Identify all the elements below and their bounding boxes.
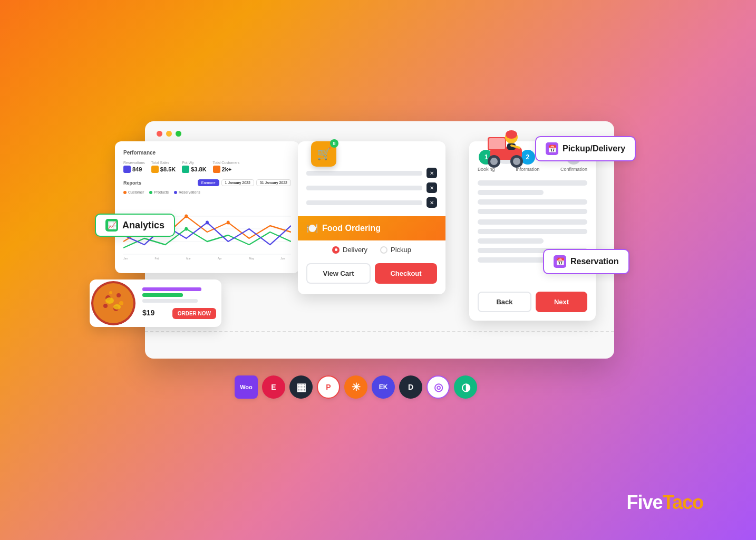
pizza-info: $19 ORDER NOW bbox=[137, 282, 221, 324]
form-line-2 bbox=[478, 190, 544, 195]
delivery-option[interactable]: Delivery bbox=[332, 246, 367, 254]
svg-text:Jan: Jan bbox=[123, 256, 128, 260]
pickup-option[interactable]: Pickup bbox=[380, 246, 411, 254]
legend-customer: Customer bbox=[123, 190, 144, 194]
remove-item-2[interactable]: ✕ bbox=[427, 182, 437, 193]
checkout-button[interactable]: Checkout bbox=[375, 263, 437, 284]
fivetaco-brand: FiveTaco bbox=[627, 491, 703, 514]
item-bar-1 bbox=[306, 171, 422, 176]
pizza-price: $19 bbox=[142, 308, 154, 317]
form-section-1 bbox=[478, 180, 587, 214]
cart-badge[interactable]: 🛒 8 bbox=[311, 141, 336, 167]
svg-point-35 bbox=[105, 297, 114, 304]
plugin-p[interactable]: P bbox=[317, 375, 340, 399]
svg-point-24 bbox=[506, 130, 517, 139]
delivery-pickup-row: Delivery Pickup bbox=[298, 240, 445, 259]
reports-title: Reports bbox=[123, 180, 141, 186]
minimize-button[interactable] bbox=[166, 131, 172, 137]
pizza-bars bbox=[142, 287, 216, 303]
plugin-ek[interactable]: EK bbox=[372, 375, 395, 399]
plugin-d[interactable]: D bbox=[399, 375, 422, 399]
delivery-radio[interactable] bbox=[332, 246, 340, 254]
reports-filters: Earmore 1 January 2022 31 January 2022 bbox=[198, 179, 291, 186]
form-line-7 bbox=[478, 238, 544, 244]
next-button[interactable]: Next bbox=[536, 292, 587, 312]
item-bar-2 bbox=[306, 186, 422, 190]
svg-text:Feb: Feb bbox=[155, 256, 160, 260]
svg-point-20 bbox=[490, 158, 498, 165]
scooter-svg bbox=[472, 115, 540, 173]
stat-label-2: Total Sales bbox=[151, 161, 176, 165]
close-button[interactable] bbox=[157, 131, 162, 137]
stat-label-4: Total Customers bbox=[213, 161, 240, 165]
form-line-5 bbox=[478, 219, 587, 225]
analytics-badge: 📈 Analytics bbox=[95, 214, 175, 237]
analytics-badge-text: Analytics bbox=[122, 220, 164, 231]
stat-value-3: $3.8K bbox=[191, 166, 206, 172]
filter-btn-date2[interactable]: 31 January 2022 bbox=[256, 179, 291, 186]
plugin-qr[interactable]: ▦ bbox=[289, 375, 313, 399]
dashed-divider bbox=[145, 331, 614, 332]
svg-point-18 bbox=[513, 158, 520, 165]
stat-label-3: Pot Wy bbox=[182, 161, 206, 165]
back-button[interactable]: Back bbox=[478, 292, 531, 312]
plugin-woo[interactable]: Woo bbox=[235, 375, 258, 399]
reservation-badge: 📅 Reservation bbox=[543, 249, 629, 274]
filter-btn-date1[interactable]: 1 January 2022 bbox=[221, 179, 254, 186]
cart-icon: 🛒 bbox=[317, 147, 331, 161]
bar-2 bbox=[142, 293, 183, 297]
pizza-image bbox=[90, 279, 137, 327]
remove-item-1[interactable]: ✕ bbox=[427, 168, 437, 178]
plugin-logos: Woo E ▦ P ✳ EK D ◎ ◑ bbox=[235, 375, 477, 399]
chart-legend: Customer Products Reservations bbox=[123, 190, 291, 194]
view-cart-button[interactable]: View Cart bbox=[306, 263, 371, 284]
svg-point-36 bbox=[113, 304, 121, 310]
maximize-button[interactable] bbox=[176, 131, 181, 137]
svg-point-8 bbox=[206, 220, 209, 224]
pizza-svg bbox=[90, 279, 137, 327]
food-order-buttons: View Cart Checkout bbox=[298, 259, 445, 288]
food-order-header: 🍽️ Food Ordering bbox=[298, 216, 445, 240]
performance-stats: Reservations 849 Total Sales $8.5K Pot W… bbox=[123, 161, 291, 173]
pickup-delivery-badge: 📅 Pickup/Delivery bbox=[535, 136, 636, 161]
stat-value-4: 2k+ bbox=[222, 166, 232, 172]
food-item-2: ✕ bbox=[306, 182, 437, 193]
analytics-icon: 📈 bbox=[105, 219, 118, 232]
plugin-half-circle[interactable]: ◑ bbox=[454, 375, 477, 399]
svg-point-6 bbox=[185, 227, 188, 230]
pickup-delivery-text: Pickup/Delivery bbox=[563, 144, 625, 153]
pickup-radio[interactable] bbox=[380, 246, 387, 254]
plugin-circle[interactable]: ◎ bbox=[427, 375, 450, 399]
food-order-title: Food Ordering bbox=[322, 224, 381, 233]
reservation-text: Reservation bbox=[570, 257, 619, 266]
stat-value-2: $8.5K bbox=[160, 166, 176, 172]
window-controls bbox=[157, 131, 181, 137]
analytics-panel: Performance Reservations 849 Total Sales… bbox=[115, 141, 299, 273]
svg-text:Jun: Jun bbox=[280, 256, 285, 260]
svg-text:Apr: Apr bbox=[218, 256, 222, 260]
svg-point-32 bbox=[103, 304, 108, 308]
remove-item-3[interactable]: ✕ bbox=[427, 197, 437, 208]
svg-point-34 bbox=[119, 301, 123, 305]
item-bar-3 bbox=[306, 200, 422, 205]
form-line-4 bbox=[478, 209, 587, 214]
stat-value-1: 849 bbox=[132, 166, 142, 172]
form-line-6 bbox=[478, 229, 587, 234]
pizza-price-row: $19 ORDER NOW bbox=[142, 306, 216, 319]
legend-dot-reservations bbox=[174, 191, 177, 194]
step-3-label: Confirmation bbox=[560, 167, 587, 172]
pickup-icon: 📅 bbox=[546, 142, 558, 155]
plugin-asterisk[interactable]: ✳ bbox=[344, 375, 367, 399]
filter-btn-earmore[interactable]: Earmore bbox=[198, 179, 219, 186]
form-line-3 bbox=[478, 199, 587, 205]
order-now-button[interactable]: ORDER NOW bbox=[172, 308, 216, 319]
svg-point-4 bbox=[185, 214, 188, 218]
delivery-label: Delivery bbox=[343, 246, 367, 254]
legend-dot-customer bbox=[123, 191, 127, 194]
delivery-person-illustration bbox=[472, 115, 540, 173]
cart-count: 8 bbox=[330, 139, 338, 148]
pizza-card: $19 ORDER NOW bbox=[90, 279, 221, 327]
svg-point-33 bbox=[109, 291, 112, 294]
brand-five: Five bbox=[627, 491, 663, 513]
plugin-elementor[interactable]: E bbox=[262, 375, 285, 399]
